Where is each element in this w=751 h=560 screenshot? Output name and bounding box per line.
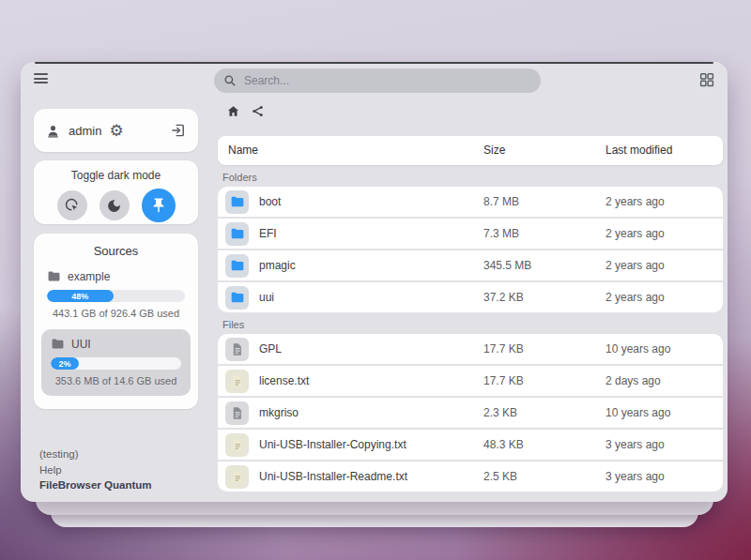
row-name: boot <box>259 195 281 208</box>
auto-click-icon[interactable] <box>57 190 87 220</box>
folder-icon <box>225 190 249 214</box>
header-last-modified[interactable]: Last modified <box>605 144 672 157</box>
row-size: 17.7 KB <box>483 342 524 356</box>
header-name[interactable]: Name <box>228 144 258 157</box>
logout-icon[interactable] <box>170 122 187 139</box>
row-modified: 2 years ago <box>605 259 665 272</box>
table-row[interactable]: Uni-USB-Installer-Readme.txt2.5 KB3 year… <box>218 462 723 492</box>
usage-bar: 48% <box>47 290 185 302</box>
usage-caption: 443.1 GB of 926.4 GB used <box>47 308 185 319</box>
usage-bar-fill: 2% <box>51 357 79 370</box>
row-size: 345.5 MB <box>483 259 531 272</box>
row-size: 17.7 KB <box>483 374 524 387</box>
row-name: GPL <box>259 342 282 356</box>
dark-mode-buttons <box>34 189 198 222</box>
file-listing: Foldersboot8.7 MB2 years agoEFI7.3 MB2 y… <box>218 168 723 492</box>
folder-icon <box>225 254 249 278</box>
table-header: Name Size Last modified <box>218 136 723 165</box>
user-card: admin ⚙ <box>34 109 198 152</box>
grid-view-icon[interactable] <box>698 71 715 88</box>
usage-bar-fill: 48% <box>47 290 114 302</box>
file-icon <box>225 401 249 425</box>
person-icon <box>45 123 61 139</box>
source-name: example <box>68 270 110 283</box>
text-file-icon <box>225 465 249 489</box>
table-row[interactable]: license.txt17.7 KB2 days ago <box>218 366 723 396</box>
folder-icon <box>225 286 249 310</box>
search-input[interactable] <box>242 73 531 88</box>
user-name: admin <box>69 124 101 138</box>
row-size: 48.3 KB <box>483 438 524 451</box>
text-file-icon <box>225 433 249 457</box>
sidebar-footer: (testing) Help FileBrowser Quantum <box>39 446 152 493</box>
top-bar <box>21 62 728 98</box>
row-modified: 3 years ago <box>605 438 665 451</box>
gear-icon[interactable]: ⚙ <box>109 123 123 139</box>
row-name: EFI <box>259 227 277 240</box>
usage-bar: 2% <box>51 357 181 370</box>
pin-icon[interactable] <box>142 189 176 222</box>
testing-link[interactable]: (testing) <box>39 446 152 462</box>
row-modified: 10 years ago <box>605 406 670 419</box>
row-name: Uni-USB-Installer-Readme.txt <box>259 470 407 483</box>
row-size: 2.5 KB <box>483 470 517 483</box>
row-modified: 2 years ago <box>605 227 665 240</box>
breadcrumb <box>218 98 723 124</box>
app-name-link[interactable]: FileBrowser Quantum <box>39 477 152 493</box>
dark-mode-title: Toggle dark mode <box>34 169 198 182</box>
usage-caption: 353.6 MB of 14.6 GB used <box>51 375 181 386</box>
search-icon <box>223 74 237 87</box>
table-row[interactable]: pmagic345.5 MB2 years ago <box>218 250 723 280</box>
table-row[interactable]: mkgriso2.3 KB10 years ago <box>218 398 723 428</box>
row-modified: 2 days ago <box>605 374 661 387</box>
rows-group: boot8.7 MB2 years agoEFI7.3 MB2 years ag… <box>218 187 723 312</box>
dark-mode-card: Toggle dark mode <box>34 160 198 224</box>
source-item-example[interactable]: example 48% 443.1 GB of 926.4 GB used <box>41 267 191 319</box>
row-modified: 3 years ago <box>605 470 665 483</box>
table-row[interactable]: EFI7.3 MB2 years ago <box>218 219 723 249</box>
header-size[interactable]: Size <box>483 144 505 157</box>
section-label: Files <box>218 315 723 334</box>
row-name: uui <box>259 291 274 304</box>
sources-card: Sources example 48% 443.1 GB of 926.4 GB… <box>34 234 198 409</box>
section-label: Folders <box>218 168 723 187</box>
row-name: pmagic <box>259 259 296 272</box>
table-row[interactable]: boot8.7 MB2 years ago <box>218 187 723 217</box>
search-bar[interactable] <box>214 68 541 93</box>
folder-icon <box>225 222 249 246</box>
content-area: Name Size Last modified Foldersboot8.7 M… <box>211 98 723 502</box>
row-modified: 10 years ago <box>605 342 670 356</box>
file-icon <box>225 338 249 361</box>
source-name: UUI <box>71 338 91 351</box>
share-icon[interactable] <box>251 104 265 118</box>
folder-icon <box>51 337 65 351</box>
sources-title: Sources <box>41 244 191 258</box>
row-size: 37.2 KB <box>483 291 524 304</box>
moon-icon[interactable] <box>100 190 130 220</box>
source-item-uui[interactable]: UUI 2% 353.6 MB of 14.6 GB used <box>41 329 191 396</box>
row-name: license.txt <box>259 374 309 387</box>
row-size: 8.7 MB <box>483 195 519 208</box>
row-name: mkgriso <box>259 406 299 419</box>
row-name: Uni-USB-Installer-Copying.txt <box>259 438 406 451</box>
rows-group: GPL17.7 KB10 years agolicense.txt17.7 KB… <box>218 334 723 492</box>
row-modified: 2 years ago <box>605 291 665 304</box>
text-file-icon <box>225 370 249 393</box>
table-row[interactable]: GPL17.7 KB10 years ago <box>218 334 723 364</box>
folder-icon <box>47 269 61 283</box>
table-row[interactable]: Uni-USB-Installer-Copying.txt48.3 KB3 ye… <box>218 430 723 460</box>
sidebar: admin ⚙ Toggle dark mode <box>21 98 211 502</box>
row-modified: 2 years ago <box>605 195 665 208</box>
home-icon[interactable] <box>226 104 240 118</box>
table-row[interactable]: uui37.2 KB2 years ago <box>218 282 723 312</box>
app-window: admin ⚙ Toggle dark mode <box>21 62 728 502</box>
row-size: 2.3 KB <box>483 406 517 419</box>
help-link[interactable]: Help <box>39 462 152 478</box>
row-size: 7.3 MB <box>483 227 519 240</box>
menu-icon[interactable] <box>34 73 48 86</box>
